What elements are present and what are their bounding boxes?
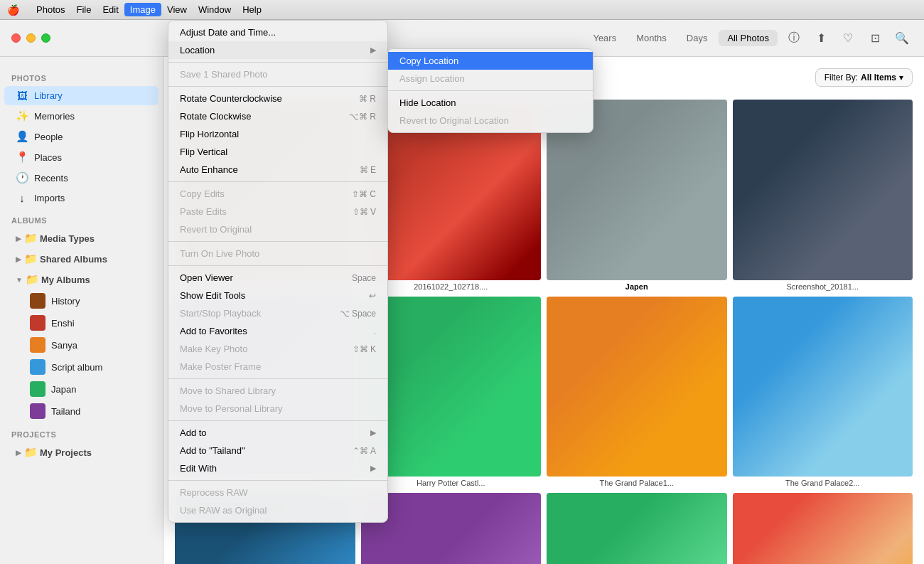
favorite-button[interactable]: ♡ (837, 28, 859, 49)
menu-image[interactable]: Image (124, 3, 161, 16)
menu-window[interactable]: Window (193, 3, 237, 16)
tab-months[interactable]: Months (628, 30, 675, 46)
japan-label: Japan (51, 384, 76, 395)
my-albums-icon: 📁 (26, 273, 38, 286)
edit-with-arrow-icon: ▶ (370, 464, 376, 473)
people-icon: 👤 (16, 130, 28, 143)
photo-thumb-8 (733, 297, 913, 477)
menu-turn-on-live-photo: Turn On Live Photo (168, 245, 387, 262)
sidebar-shared-albums[interactable]: ▶ 📁 Shared Albums (4, 249, 159, 269)
menu-help[interactable]: Help (237, 3, 267, 16)
separator-1 (168, 62, 387, 63)
menu-flip-vertical[interactable]: Flip Vertical (168, 143, 387, 161)
slideshow-button[interactable]: ⊡ (864, 28, 886, 49)
separator-6 (168, 378, 387, 379)
menu-add-to-favorites[interactable]: Add to Favorites . (168, 322, 387, 340)
minimize-button[interactable] (26, 33, 36, 43)
chevron-down-icon: ▼ (16, 276, 23, 284)
submenu-separator (388, 90, 593, 91)
tailand-thumb (30, 403, 45, 419)
photos-section-header: Photos (0, 71, 163, 85)
photo-label-7: The Grand Palace1... (547, 479, 727, 487)
filter-button[interactable]: Filter By: All Items ▾ (815, 68, 913, 87)
menu-flip-horizontal[interactable]: Flip Horizontal (168, 125, 387, 143)
submenu-copy-location[interactable]: Copy Location (388, 52, 593, 70)
menu-open-viewer[interactable]: Open Viewer Space (168, 269, 387, 287)
menu-photos[interactable]: Photos (31, 3, 70, 16)
photo-thumb-11 (547, 493, 727, 564)
tab-years[interactable]: Years (584, 30, 625, 46)
menu-save-shared-photo: Save 1 Shared Photo (168, 65, 387, 83)
menu-adjust-date-time[interactable]: Adjust Date and Time... (168, 23, 387, 41)
sidebar-my-projects[interactable]: ▶ 📁 My Projects (4, 442, 159, 462)
menu-add-to-tailand[interactable]: Add to "Tailand" ⌃⌘ A (168, 442, 387, 459)
submenu-revert-to-original-location: Revert to Original Location (388, 112, 593, 129)
recents-label: Recents (34, 173, 68, 183)
script-album-thumb (30, 359, 45, 375)
sidebar-my-albums[interactable]: ▼ 📁 My Albums (4, 270, 159, 289)
sidebar-item-places[interactable]: 📍 Places (4, 147, 159, 167)
apple-icon[interactable]: 🍎 (7, 4, 19, 16)
photo-item-8[interactable]: The Grand Palace2... (733, 297, 913, 488)
submenu-hide-location[interactable]: Hide Location (388, 94, 593, 112)
view-tabs: Years Months Days All Photos (584, 30, 778, 46)
close-button[interactable] (11, 33, 21, 43)
sidebar-item-memories[interactable]: ✨ Memories (4, 106, 159, 126)
sidebar-sub-enshi[interactable]: Enshi (4, 312, 159, 334)
sidebar-item-people[interactable]: 👤 People (4, 127, 159, 147)
people-label: People (34, 132, 63, 142)
media-types-icon: 📁 (24, 232, 37, 245)
menu-move-to-personal-library: Move to Personal Library (168, 400, 387, 417)
albums-section-header: Albums (0, 213, 163, 228)
separator-8 (168, 480, 387, 481)
tab-all-photos[interactable]: All Photos (719, 30, 778, 46)
photo-item-11[interactable]: IMG_3050.JPG (547, 493, 727, 564)
sidebar-sub-script-album[interactable]: Script album (4, 356, 159, 378)
sidebar-item-recents[interactable]: 🕐 Recents (4, 168, 159, 188)
sidebar-sub-history[interactable]: History (4, 290, 159, 312)
menu-file[interactable]: File (70, 3, 97, 16)
sidebar-item-library[interactable]: 🖼 Library (4, 86, 159, 105)
photo-label-3: Japen (547, 282, 727, 291)
photo-thumb-4 (733, 100, 913, 280)
menu-edit-with[interactable]: Edit With ▶ (168, 459, 387, 477)
sidebar-sub-japan[interactable]: Japan (4, 378, 159, 400)
photo-item-7[interactable]: The Grand Palace1... (547, 297, 727, 488)
menu-show-edit-tools[interactable]: Show Edit Tools ↩ (168, 287, 387, 304)
projects-icon: 📁 (24, 446, 37, 459)
menu-location[interactable]: Location ▶ (168, 41, 387, 59)
recents-icon: 🕐 (16, 171, 28, 184)
share-button[interactable]: ⬆ (810, 28, 832, 49)
sanya-thumb (30, 337, 45, 353)
sidebar-sub-tailand[interactable]: Tailand (4, 400, 159, 422)
photo-label-4: Screenshot_20181... (733, 282, 913, 291)
menu-edit[interactable]: Edit (97, 3, 124, 16)
menu-rotate-clockwise[interactable]: Rotate Clockwise ⌥⌘ R (168, 107, 387, 125)
maximize-button[interactable] (41, 33, 50, 43)
menu-add-to[interactable]: Add to ▶ (168, 424, 387, 442)
tab-days[interactable]: Days (678, 30, 716, 46)
sidebar-sub-sanya[interactable]: Sanya (4, 334, 159, 356)
menu-view[interactable]: View (161, 3, 193, 16)
script-album-label: Script album (51, 362, 102, 373)
image-dropdown-menu: Adjust Date and Time... Location ▶ Save … (168, 20, 388, 523)
sidebar-media-types[interactable]: ▶ 📁 Media Types (4, 228, 159, 248)
menu-bar: 🍎 Photos File Edit Image View Window Hel… (0, 0, 924, 20)
separator-5 (168, 265, 387, 266)
sidebar-item-imports[interactable]: ↓ Imports (4, 188, 159, 208)
library-label: Library (34, 90, 63, 101)
library-icon: 🖼 (16, 90, 28, 102)
info-button[interactable]: ⓘ (783, 28, 805, 49)
menu-rotate-counterclockwise[interactable]: Rotate Counterclockwise ⌘ R (168, 90, 387, 107)
search-button[interactable]: 🔍 (891, 28, 913, 49)
shared-albums-icon: 📁 (24, 252, 37, 265)
photo-item-12[interactable]: IMG_3051.JPG (733, 493, 913, 564)
chevron-right-icon: ▶ (16, 235, 21, 243)
media-types-label: Media Types (40, 233, 95, 244)
photo-item-4[interactable]: Screenshot_20181... (733, 100, 913, 291)
imports-icon: ↓ (16, 192, 28, 204)
menu-auto-enhance[interactable]: Auto Enhance ⌘ E (168, 161, 387, 179)
my-albums-label: My Albums (41, 275, 90, 285)
filter-value: All Items (861, 73, 896, 83)
separator-7 (168, 420, 387, 421)
